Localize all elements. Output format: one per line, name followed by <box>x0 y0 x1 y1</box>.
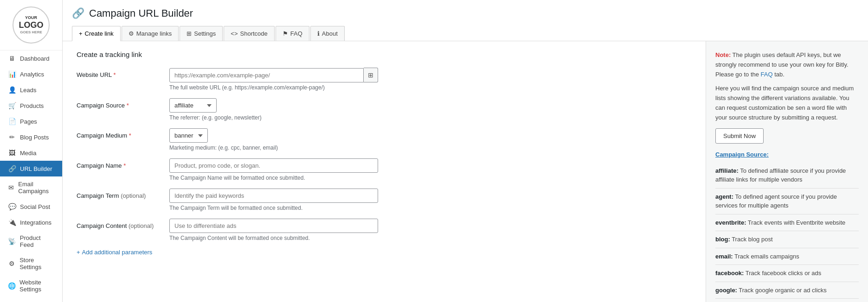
sidebar-label-integrations: Integrations <box>20 219 51 226</box>
source-heading[interactable]: Campaign Source: <box>715 151 859 158</box>
tab-shortcode[interactable]: <>Shortcode <box>224 26 274 41</box>
source-item: blog: Track blog post <box>715 231 859 248</box>
sidebar-item-media[interactable]: 🖼Media <box>0 145 62 161</box>
sidebar-label-media: Media <box>20 150 36 157</box>
analytics-icon: 📊 <box>8 70 16 78</box>
website-url-wrap: ⊞ The full website URL (e.g. https://exa… <box>169 68 692 91</box>
right-panel: Note: The plugin uses default API keys, … <box>706 41 868 302</box>
campaign-medium-label: Campaign Medium * <box>77 128 169 139</box>
form-panel: Create a tracking link Website URL * ⊞ T… <box>63 41 706 302</box>
source-desc: Track emails campaigns <box>733 253 799 260</box>
campaign-content-input[interactable] <box>169 219 378 233</box>
note-end: tab. <box>774 71 784 78</box>
source-desc: Track facebook clicks or ads <box>744 270 821 277</box>
source-desc: Track events with Eventbrite website <box>746 219 845 226</box>
source-desc: Track google organic or ad clicks <box>737 287 827 294</box>
blog-posts-icon: ✏ <box>8 133 16 141</box>
page-icon: 🔗 <box>72 7 84 19</box>
campaign-name-input[interactable] <box>169 158 378 173</box>
content-area: Create a tracking link Website URL * ⊞ T… <box>63 41 868 302</box>
source-item: affiliate: To defined affiliate source i… <box>715 163 859 189</box>
products-icon: 🛒 <box>8 102 16 109</box>
source-key: email: <box>715 253 733 260</box>
campaign-name-row: Campaign Name * The Campaign Name will b… <box>77 158 692 181</box>
sidebar-item-leads[interactable]: 👤Leads <box>0 82 62 98</box>
tab-label-shortcode: Shortcode <box>240 30 268 37</box>
description-text: Here you will find the campaign source a… <box>715 84 859 122</box>
website-settings-icon: 🌐 <box>8 282 16 289</box>
sidebar-label-pages: Pages <box>20 118 37 125</box>
sidebar-item-analytics[interactable]: 📊Analytics <box>0 66 62 82</box>
source-key: affiliate: <box>715 167 739 174</box>
logo-text: LOGO <box>19 20 44 31</box>
sidebar-label-dashboard: Dashboard <box>20 55 50 62</box>
logo-area: YOUR LOGO GOES HERE <box>0 0 62 50</box>
add-params-label: Add additional parameters <box>82 249 153 256</box>
campaign-source-row: Campaign Source * affiliategooglenewslet… <box>77 98 692 121</box>
tab-about[interactable]: ℹAbout <box>310 26 345 41</box>
tab-label-about: About <box>322 30 338 37</box>
sidebar-item-store-settings[interactable]: ⚙Store Settings <box>0 252 62 275</box>
campaign-content-hint: The Campaign Content will be formatted o… <box>169 235 692 241</box>
sidebar-label-website-settings: Website Settings <box>19 279 56 293</box>
source-item: google: Track google organic or ad click… <box>715 282 859 299</box>
sidebar-label-product-feed: Product Feed <box>20 234 56 248</box>
tab-label-manage-links: Manage links <box>136 30 172 37</box>
sidebar-item-website-settings[interactable]: 🌐Website Settings <box>0 275 62 297</box>
logo: YOUR LOGO GOES HERE <box>13 6 50 44</box>
sidebar-item-dashboard[interactable]: 🖥Dashboard <box>0 50 62 66</box>
source-desc: To defined agent source if you provide s… <box>715 193 837 209</box>
campaign-name-hint: The Campaign Name will be formatted once… <box>169 175 692 181</box>
tab-icon-manage-links: ⚙ <box>129 30 134 37</box>
source-item: eventbrite: Track events with Eventbrite… <box>715 214 859 232</box>
website-url-hint: The full website URL (e.g. https://examp… <box>169 84 692 91</box>
tab-create-link[interactable]: +Create link <box>72 26 121 41</box>
sidebar-item-products[interactable]: 🛒Products <box>0 98 62 113</box>
sidebar-item-pages[interactable]: 📄Pages <box>0 113 62 129</box>
sidebar-label-leads: Leads <box>20 87 36 94</box>
source-key: blog: <box>715 236 730 243</box>
dashboard-icon: 🖥 <box>8 55 16 62</box>
sidebar-label-store-settings: Store Settings <box>19 257 56 271</box>
page-title: Campaign URL Builder <box>89 7 193 19</box>
faq-link[interactable]: FAQ <box>761 71 773 78</box>
source-key: google: <box>715 287 737 294</box>
sidebar-item-integrations[interactable]: 🔌Integrations <box>0 214 62 230</box>
sidebar-item-social-post[interactable]: 💬Social Post <box>0 199 62 214</box>
campaign-medium-wrap: bannercpcemailsocial Marketing medium: (… <box>169 128 692 151</box>
website-url-label: Website URL * <box>77 68 169 78</box>
page-title-row: 🔗 Campaign URL Builder <box>72 7 859 19</box>
note-paragraph: Note: The plugin uses default API keys, … <box>715 50 859 79</box>
sidebar-item-blog-posts[interactable]: ✏Blog Posts <box>0 129 62 145</box>
source-key: facebook: <box>715 270 744 277</box>
tab-icon-settings: ⊞ <box>186 30 192 37</box>
campaign-term-wrap: The Campaign Term will be formatted once… <box>169 189 692 211</box>
sidebar-label-blog-posts: Blog Posts <box>20 134 49 141</box>
tab-manage-links[interactable]: ⚙Manage links <box>122 26 179 41</box>
sidebar-item-product-feed[interactable]: 📡Product Feed <box>0 230 62 252</box>
media-icon: 🖼 <box>8 149 16 157</box>
website-url-input[interactable] <box>169 68 364 82</box>
campaign-medium-select[interactable]: bannercpcemailsocial <box>169 128 208 143</box>
add-params-link[interactable]: + Add additional parameters <box>77 249 692 256</box>
submit-button[interactable]: Submit Now <box>715 128 764 144</box>
campaign-medium-hint: Marketing medium: (e.g. cpc, banner, ema… <box>169 145 692 151</box>
campaign-source-label: Campaign Source * <box>77 98 169 109</box>
campaign-term-hint: The Campaign Term will be formatted once… <box>169 205 692 211</box>
sidebar-item-url-builder[interactable]: 🔗URL Builder <box>0 161 62 176</box>
logo-your: YOUR <box>25 15 37 20</box>
campaign-source-select[interactable]: affiliategooglenewsletteragenteventbrite… <box>169 98 217 113</box>
campaign-term-input[interactable] <box>169 189 378 203</box>
note-bold: Note: <box>715 51 731 58</box>
campaign-content-label: Campaign Content (optional) <box>77 219 169 229</box>
sidebar-item-email-campaigns[interactable]: ✉Email Campaigns <box>0 176 62 199</box>
social-post-icon: 💬 <box>8 203 16 210</box>
tab-settings[interactable]: ⊞Settings <box>180 26 223 41</box>
source-item: agent: To defined agent source if you pr… <box>715 189 859 214</box>
url-copy-icon[interactable]: ⊞ <box>364 68 378 82</box>
campaign-name-label: Campaign Name * <box>77 158 169 169</box>
logo-goes: GOES HERE <box>20 30 42 35</box>
tab-faq[interactable]: ⚑FAQ <box>276 26 309 41</box>
campaign-term-row: Campaign Term (optional) The Campaign Te… <box>77 189 692 211</box>
source-key: agent: <box>715 193 733 200</box>
